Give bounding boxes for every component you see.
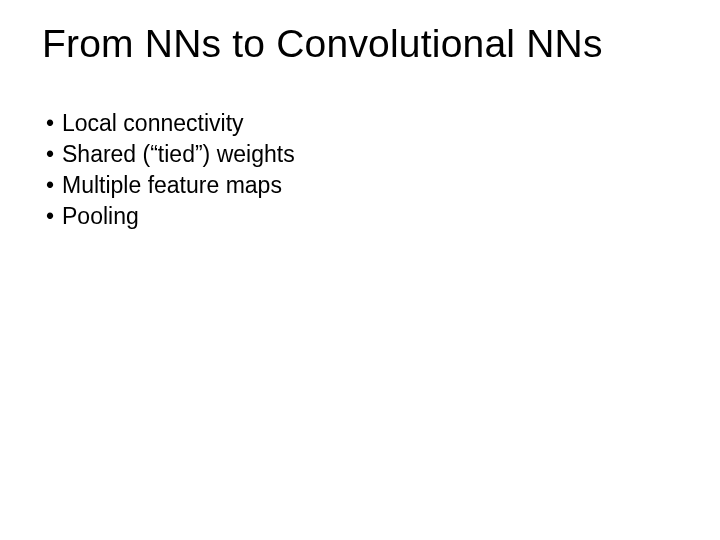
bullet-list: Local connectivity Shared (“tied”) weigh…	[42, 108, 678, 232]
slide-title: From NNs to Convolutional NNs	[42, 22, 678, 66]
bullet-item: Pooling	[46, 201, 678, 232]
slide: From NNs to Convolutional NNs Local conn…	[0, 0, 720, 540]
bullet-item: Multiple feature maps	[46, 170, 678, 201]
bullet-item: Shared (“tied”) weights	[46, 139, 678, 170]
bullet-item: Local connectivity	[46, 108, 678, 139]
